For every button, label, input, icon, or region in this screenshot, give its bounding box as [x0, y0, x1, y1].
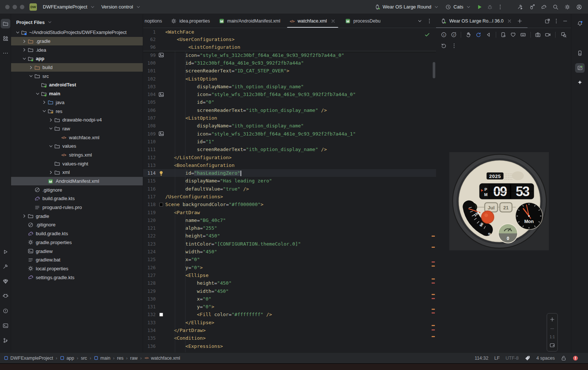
- tree-item--gitignore[interactable]: .gitignore: [11, 220, 143, 229]
- code-line-123[interactable]: 123tintColor="[CONFIGURATION.themeColor.…: [143, 240, 436, 248]
- code-line-134[interactable]: 134</PartDraw>: [143, 326, 436, 334]
- editor-scrollbar[interactable]: [433, 62, 435, 78]
- gear-button[interactable]: [562, 2, 573, 12]
- tree-item-raw[interactable]: raw: [11, 124, 143, 133]
- code-line-118[interactable]: 118Scene backgroundColor="#ff000000">: [143, 201, 436, 208]
- tool-stripe-hammer[interactable]: [1, 262, 10, 271]
- tree-item-gradle-properties[interactable]: gradle.properties: [11, 238, 143, 247]
- run-config-selector[interactable]: Cats: [442, 3, 474, 11]
- unlock-icon[interactable]: [561, 355, 567, 361]
- code-line-128[interactable]: 128height="450": [143, 279, 436, 287]
- code-line-132[interactable]: 132<Fill color="#ffffffff" />: [143, 311, 436, 318]
- code-line-99[interactable]: 99icon="style_wfs_312c30bf_f64a_461e_9c9…: [143, 51, 436, 59]
- kebab-button[interactable]: [449, 41, 459, 50]
- camera-button[interactable]: [533, 30, 543, 39]
- analysis-stripe-mark[interactable]: [432, 236, 435, 237]
- tab-noptions[interactable]: noptions: [143, 14, 166, 28]
- inspection-ok-icon[interactable]: [424, 32, 430, 38]
- code-line-112[interactable]: 112</ListConfiguration>: [143, 153, 436, 161]
- indent-setting[interactable]: 4 spaces: [536, 356, 555, 361]
- tree-item-values-night[interactable]: values-night: [11, 159, 143, 168]
- code-line-121[interactable]: 121alpha="255": [143, 224, 436, 232]
- watch-face[interactable]: 2025 P M 09 53: [449, 152, 549, 250]
- zoom-fit-icon[interactable]: [549, 342, 555, 348]
- tree-item-gradlew[interactable]: gradlew: [11, 247, 143, 256]
- more-run-actions-button[interactable]: [495, 2, 505, 12]
- sqwhite-gutter-icon[interactable]: [157, 312, 165, 318]
- chevron-right-icon[interactable]: [41, 99, 47, 105]
- back-button[interactable]: [484, 30, 493, 39]
- window-controls[interactable]: [5, 5, 24, 9]
- open-in-window-icon[interactable]: [544, 18, 550, 24]
- chevron-down-icon[interactable]: [35, 91, 41, 97]
- analysis-stripe-mark[interactable]: [432, 309, 435, 310]
- tree-item-values[interactable]: values: [11, 142, 143, 151]
- vcs-menu[interactable]: Version control: [98, 3, 144, 11]
- tag-icon[interactable]: [525, 355, 530, 361]
- chevron-right-icon[interactable]: [48, 169, 54, 175]
- project-view-selector[interactable]: Project Files: [11, 14, 143, 28]
- img-gutter-icon[interactable]: [157, 92, 165, 97]
- code-line-129[interactable]: 129width="450": [143, 287, 436, 295]
- tab-watchface-xml[interactable]: </>watchface.xml: [285, 14, 340, 28]
- device-tab-title[interactable]: Wear OS Large Ro...l 36.0: [449, 18, 504, 24]
- tab-idea-properties[interactable]: idea.properties: [166, 14, 214, 28]
- code-line-130[interactable]: 130x="0": [143, 295, 436, 303]
- tree-item-xml[interactable]: xml: [11, 168, 143, 177]
- code-lines[interactable]: 99icon="style_wfs_312c30bf_f64a_461e_9c9…: [143, 51, 436, 350]
- zoom-reset[interactable]: 1:1: [550, 335, 555, 339]
- tree-item-build-gradle-kts[interactable]: build.gradle.kts: [11, 194, 143, 203]
- device-screen[interactable]: 2025 P M 09 53: [449, 152, 549, 250]
- chevron-right-icon[interactable]: [28, 65, 34, 71]
- code-line-104[interactable]: 104icon="style_wfs_312c30bf_f64a_461e_9c…: [143, 90, 436, 98]
- code-line-1[interactable]: 1<WatchFace: [143, 28, 436, 36]
- tree-item-androidmanifest-xml[interactable]: MAndroidManifest.xml: [11, 177, 143, 186]
- tool-stripe-elephant[interactable]: [575, 34, 585, 43]
- counter-2-button[interactable]: 2: [449, 30, 458, 39]
- keyboard-button[interactable]: [519, 30, 528, 39]
- reset-button[interactable]: [439, 41, 449, 50]
- heart-button[interactable]: [509, 30, 518, 39]
- sync-elephant-button[interactable]: [539, 2, 549, 12]
- tree-item-gradle[interactable]: gradle: [11, 212, 143, 220]
- video-button[interactable]: [543, 30, 553, 39]
- zoom-in-icon[interactable]: [549, 316, 555, 322]
- tool-stripe-more[interactable]: [1, 48, 10, 58]
- tool-stripe-device-manager[interactable]: [575, 48, 585, 58]
- close-icon[interactable]: [506, 18, 512, 24]
- tree-item-drawable-nodpi-v4[interactable]: drawable-nodpi-v4: [11, 116, 143, 124]
- tree-item-watchface-xml[interactable]: </>watchface.xml: [11, 133, 143, 142]
- close-window-icon[interactable]: [5, 5, 10, 9]
- code-line-136[interactable]: 136<Expressions>: [143, 342, 436, 350]
- code-line-105[interactable]: 105id="0": [143, 98, 436, 106]
- code-line-103[interactable]: 103displayName="ith_option_display_name": [143, 83, 436, 90]
- hide-panel-icon[interactable]: [562, 18, 568, 24]
- tree-item-java[interactable]: java: [11, 98, 143, 107]
- snap-search-button[interactable]: [559, 30, 568, 39]
- code-line-122[interactable]: 122height="450": [143, 232, 436, 240]
- close-tab-icon[interactable]: [330, 18, 336, 24]
- chevron-right-icon[interactable]: [21, 47, 27, 53]
- chevron-down-icon[interactable]: [28, 73, 34, 79]
- tree-item-res[interactable]: res: [11, 107, 143, 116]
- chevron-down-icon[interactable]: [15, 30, 21, 35]
- analysis-stripe-mark[interactable]: [432, 329, 435, 330]
- code-line-116[interactable]: 116defaultValue="true" />: [143, 185, 436, 193]
- img-gutter-icon[interactable]: [157, 131, 165, 137]
- code-line-113[interactable]: 113<BooleanConfiguration: [143, 161, 436, 169]
- search-button[interactable]: [550, 2, 561, 12]
- code-line-111[interactable]: 111screenReaderText="ith_option_display_…: [143, 145, 436, 153]
- img-gutter-icon[interactable]: [157, 52, 165, 58]
- tool-stripe-play[interactable]: [1, 247, 10, 257]
- code-line-127[interactable]: 127<Ellipse: [143, 271, 436, 279]
- tree-item-androidtest[interactable]: androidTest: [11, 80, 143, 89]
- code-line-106[interactable]: 106screenReaderText="ith_option_display_…: [143, 106, 436, 114]
- tree-item-app[interactable]: app: [11, 54, 143, 63]
- code-line-109[interactable]: 109icon="style_wfs_312c30bf_f64a_461e_9c…: [143, 130, 436, 137]
- tree-item-main[interactable]: main: [11, 89, 143, 98]
- analysis-stripe-mark[interactable]: [432, 261, 435, 263]
- kebab-icon[interactable]: [553, 18, 559, 24]
- code-line-126[interactable]: 126y="0">: [143, 264, 436, 271]
- rotate-button[interactable]: [474, 30, 483, 39]
- analysis-stripe-mark[interactable]: [432, 278, 435, 280]
